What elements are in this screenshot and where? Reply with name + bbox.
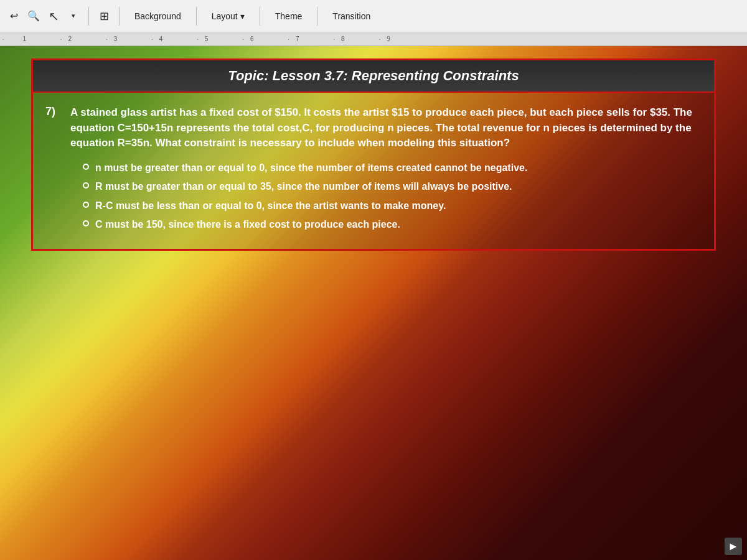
question-content: 7) A stained glass artist has a fixed co… bbox=[33, 93, 714, 249]
toolbar: ↩ 🔍 ↖ ▾ ⊞ Background Layout ▾ Theme Tran… bbox=[0, 0, 747, 32]
option-1-text: n must be greater than or equal to 0, si… bbox=[95, 161, 527, 175]
slide-area: Topic: Lesson 3.7: Representing Constrai… bbox=[0, 46, 747, 560]
topic-prefix: Topic: bbox=[228, 68, 268, 83]
dropdown-arrow-icon[interactable]: ▾ bbox=[65, 7, 82, 25]
topic-label: Topic: Lesson 3.7: Representing Constrai… bbox=[228, 68, 519, 83]
layout-label: Layout bbox=[212, 11, 238, 21]
separator-5 bbox=[317, 7, 317, 26]
cursor-icon[interactable]: ↖ bbox=[45, 7, 62, 25]
question-number: 7) bbox=[45, 105, 64, 151]
option-3-text: R-C must be less than or equal to 0, sin… bbox=[95, 199, 446, 213]
list-item: R must be greater than or equal to 35, s… bbox=[83, 180, 702, 194]
topic-header: Topic: Lesson 3.7: Representing Constrai… bbox=[33, 60, 714, 93]
option-4-text: C must be 150, since there is a fixed co… bbox=[95, 218, 400, 231]
next-slide-icon[interactable]: ► bbox=[725, 538, 742, 555]
bullet-circle-2 bbox=[83, 182, 89, 189]
question-text: A stained glass artist has a fixed cost … bbox=[70, 105, 702, 151]
list-item: R-C must be less than or equal to 0, sin… bbox=[83, 199, 702, 213]
ruler: · 1 · 2 · 3 · 4 · 5 · 6 · 7 · 8 · 9 bbox=[0, 32, 747, 46]
topic-title: Lesson 3.7: Representing Constraints bbox=[268, 68, 519, 83]
option-2-text: R must be greater than or equal to 35, s… bbox=[95, 180, 512, 194]
separator-3 bbox=[196, 7, 197, 26]
background-button[interactable]: Background bbox=[126, 8, 190, 24]
separator-1 bbox=[88, 7, 89, 26]
bullet-circle-1 bbox=[83, 164, 89, 170]
separator-2 bbox=[119, 7, 120, 26]
search-icon[interactable]: 🔍 bbox=[25, 7, 42, 25]
layout-arrow-icon: ▾ bbox=[240, 11, 245, 21]
theme-button[interactable]: Theme bbox=[266, 8, 311, 24]
layout-button[interactable]: Layout ▾ bbox=[203, 8, 253, 24]
list-item: n must be greater than or equal to 0, si… bbox=[83, 161, 702, 175]
bullet-circle-3 bbox=[83, 202, 89, 208]
list-item: C must be 150, since there is a fixed co… bbox=[83, 218, 702, 231]
undo-icon[interactable]: ↩ bbox=[5, 7, 22, 25]
separator-4 bbox=[260, 7, 260, 26]
options-list: n must be greater than or equal to 0, si… bbox=[83, 161, 702, 232]
content-box: Topic: Lesson 3.7: Representing Constrai… bbox=[31, 58, 716, 251]
transition-button[interactable]: Transition bbox=[324, 8, 379, 24]
question-row: 7) A stained glass artist has a fixed co… bbox=[45, 105, 702, 151]
add-slide-icon[interactable]: ⊞ bbox=[95, 7, 113, 25]
slide-container: Topic: Lesson 3.7: Representing Constrai… bbox=[31, 58, 716, 525]
bullet-circle-4 bbox=[83, 220, 89, 226]
